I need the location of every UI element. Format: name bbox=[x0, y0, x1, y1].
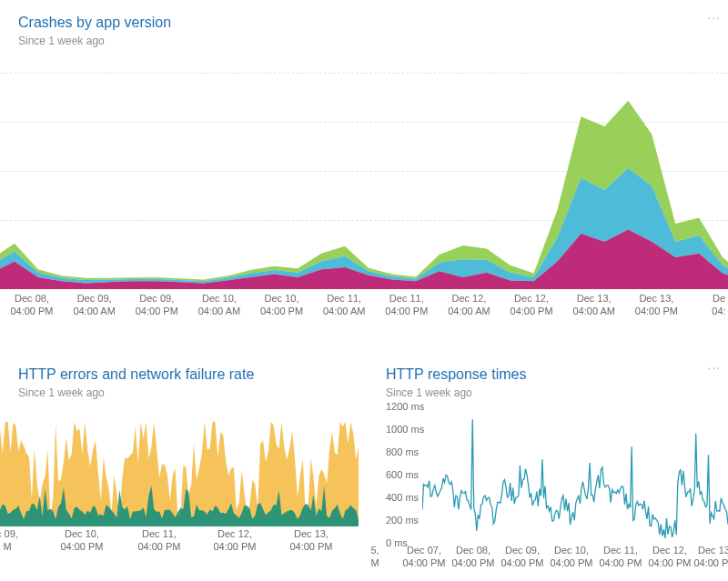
panel-resp: HTTP response times Since 1 week ago ...… bbox=[368, 350, 728, 581]
y-tick: 1200 ms bbox=[386, 401, 424, 412]
x-tick: Dec 10,04:00 PM bbox=[52, 528, 112, 554]
x-tick: Dec 09,04:00 PM bbox=[126, 293, 187, 318]
panel-errors-title[interactable]: HTTP errors and network failure rate bbox=[18, 366, 340, 383]
y-tick: 400 ms bbox=[386, 492, 419, 503]
x-tick: Dec 08,04:00 PM bbox=[2, 293, 62, 318]
resp-line bbox=[422, 406, 728, 543]
panel-crashes-title[interactable]: Crashes by app version bbox=[18, 15, 710, 31]
resp-x-axis: 5,MDec 07,04:00 PMDec 08,04:00 PMDec 09,… bbox=[368, 545, 728, 577]
x-tick: Dec 10,04:00 PM bbox=[252, 293, 312, 318]
x-tick: De04: bbox=[689, 293, 728, 318]
x-tick: Dec 13,04:00 PM bbox=[685, 545, 728, 570]
x-tick: Dec 11,04:00 PM bbox=[377, 293, 437, 318]
panel-resp-header: HTTP response times Since 1 week ago ... bbox=[368, 350, 728, 405]
resp-chart[interactable]: 1200 ms1000 ms800 ms600 ms400 ms200 ms0 … bbox=[368, 406, 728, 575]
crashes-x-axis: Dec 08,04:00 PMDec 09,04:00 AMDec 09,04:… bbox=[0, 293, 728, 329]
x-tick: Dec 11,04:00 AM bbox=[314, 293, 374, 318]
x-tick: Dec 09,04:00 AM bbox=[65, 293, 125, 318]
y-tick: 200 ms bbox=[386, 515, 419, 526]
errors-chart[interactable]: c 09,MDec 10,04:00 PMDec 11,04:00 PMDec … bbox=[0, 417, 359, 549]
x-tick: Dec 13,04:00 PM bbox=[281, 528, 341, 554]
x-tick: Dec 12,04:00 AM bbox=[439, 293, 499, 318]
more-icon[interactable]: ... bbox=[703, 356, 724, 374]
y-tick: 1000 ms bbox=[386, 424, 424, 435]
panel-crashes-subtitle: Since 1 week ago bbox=[18, 35, 710, 47]
panel-crashes-header: Crashes by app version Since 1 week ago … bbox=[0, 0, 728, 53]
errors-area bbox=[0, 417, 359, 526]
crashes-chart[interactable]: Dec 08,04:00 PMDec 09,04:00 AMDec 09,04:… bbox=[0, 53, 728, 326]
panel-errors-header: HTTP errors and network failure rate Sin… bbox=[0, 350, 359, 405]
x-tick: c 09,M bbox=[0, 528, 37, 554]
x-tick: Dec 13,04:00 AM bbox=[564, 293, 624, 318]
x-tick: Dec 12,04:00 PM bbox=[501, 293, 561, 318]
x-tick: Dec 10,04:00 AM bbox=[189, 293, 249, 318]
panel-crashes: Crashes by app version Since 1 week ago … bbox=[0, 0, 728, 327]
panel-resp-title[interactable]: HTTP response times bbox=[386, 366, 710, 383]
panel-errors-subtitle: Since 1 week ago bbox=[18, 386, 340, 399]
y-tick: 600 ms bbox=[386, 469, 419, 480]
x-tick: Dec 12,04:00 PM bbox=[205, 528, 265, 554]
panel-resp-subtitle: Since 1 week ago bbox=[386, 386, 710, 399]
x-tick: Dec 11,04:00 PM bbox=[129, 528, 189, 554]
x-tick: Dec 13,04:00 PM bbox=[626, 293, 686, 318]
panel-errors: HTTP errors and network failure rate Sin… bbox=[0, 350, 359, 581]
errors-x-axis: c 09,MDec 10,04:00 PMDec 11,04:00 PMDec … bbox=[0, 528, 359, 561]
y-tick: 800 ms bbox=[386, 446, 419, 457]
more-icon[interactable]: ... bbox=[703, 5, 724, 24]
crashes-area bbox=[0, 71, 728, 289]
